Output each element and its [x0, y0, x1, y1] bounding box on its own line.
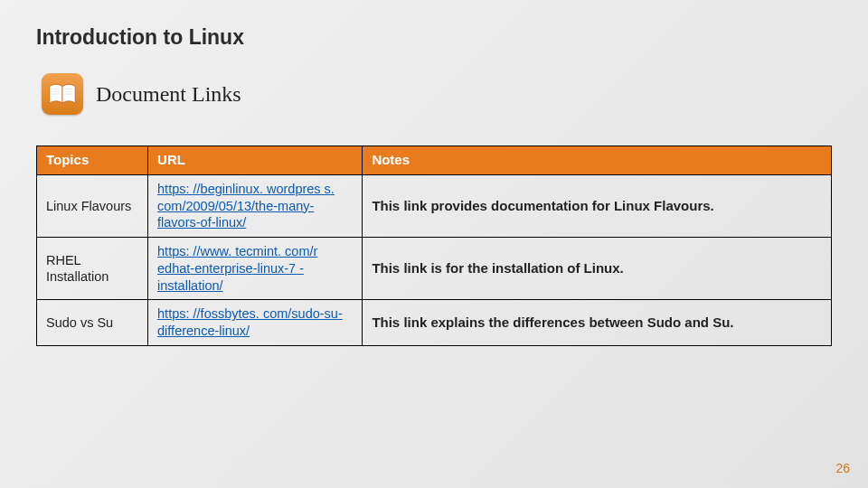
- links-table: Topics URL Notes Linux Flavours https: /…: [36, 145, 832, 346]
- url-cell: https: //www. tecmint. com/r edhat-enter…: [148, 238, 363, 300]
- slide: Introduction to Linux Document Links Top…: [0, 0, 868, 488]
- book-icon: [42, 73, 83, 115]
- section-header: Document Links: [42, 73, 832, 115]
- url-link[interactable]: https: //www. tecmint. com/r edhat-enter…: [157, 244, 317, 293]
- url-link[interactable]: https: //fossbytes. com/sudo-su-differen…: [157, 306, 343, 338]
- table-row: Linux Flavours https: //beginlinux. word…: [37, 174, 832, 237]
- col-header-notes: Notes: [363, 146, 832, 175]
- url-cell: https: //fossbytes. com/sudo-su-differen…: [148, 300, 363, 346]
- section-title: Document Links: [96, 82, 241, 107]
- col-header-url: URL: [148, 146, 363, 175]
- col-header-topics: Topics: [37, 146, 148, 175]
- table-row: Sudo vs Su https: //fossbytes. com/sudo-…: [37, 300, 832, 346]
- url-link[interactable]: https: //beginlinux. wordpres s. com/200…: [157, 182, 335, 230]
- page-title: Introduction to Linux: [36, 25, 832, 50]
- notes-cell: This link is for the installation of Lin…: [363, 238, 832, 300]
- topic-cell: RHEL Installation: [37, 238, 148, 300]
- table-row: RHEL Installation https: //www. tecmint.…: [37, 238, 832, 300]
- topic-cell: Linux Flavours: [37, 174, 148, 237]
- url-cell: https: //beginlinux. wordpres s. com/200…: [148, 174, 363, 237]
- table-header-row: Topics URL Notes: [37, 146, 832, 175]
- page-number: 26: [835, 461, 850, 475]
- topic-cell: Sudo vs Su: [37, 300, 148, 346]
- notes-cell: This link explains the differences betwe…: [363, 300, 832, 346]
- notes-cell: This link provides documentation for Lin…: [363, 174, 832, 237]
